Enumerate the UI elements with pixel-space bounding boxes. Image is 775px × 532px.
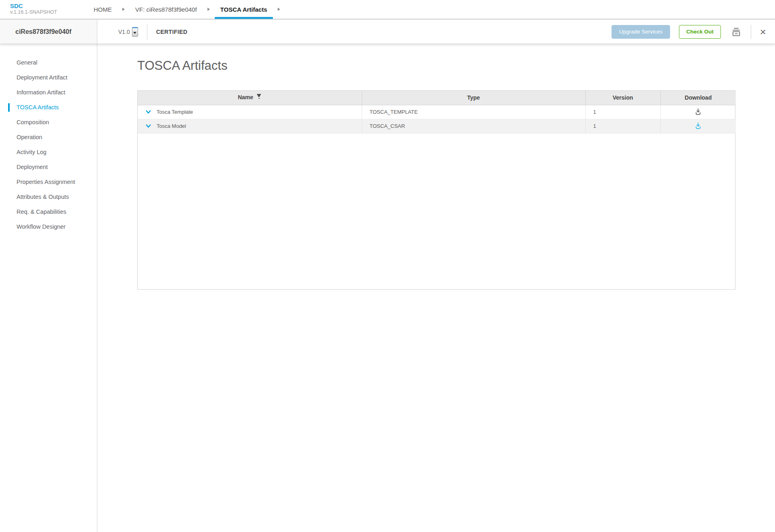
column-header-version[interactable]: Version (585, 91, 660, 105)
sidebar-item-general[interactable]: General (0, 55, 97, 70)
table-header-row: Nameˇ Type Version Download (138, 91, 736, 105)
entity-header: ciRes878f3f9e040f V1.0 CERTIFIED Upgrade… (0, 20, 775, 44)
sort-icon[interactable]: ˇ (257, 94, 261, 101)
tab-tosca-artifacts[interactable]: TOSCA Artifacts (212, 0, 276, 19)
column-header-download[interactable]: Download (660, 91, 736, 105)
column-header-type[interactable]: Type (362, 91, 585, 105)
sidebar-item-deployment[interactable]: Deployment (0, 160, 97, 175)
download-icon[interactable] (694, 122, 702, 129)
breadcrumb: HOME VF: ciRes878f3f9e040f TOSCA Artifac… (85, 0, 282, 19)
app-logo[interactable]: SDC v.1.16.1-SNAPSHOT (0, 0, 85, 19)
sidebar-item-operation[interactable]: Operation (0, 130, 97, 145)
sidebar-item-deployment-artifact[interactable]: Deployment Artifact (0, 70, 97, 85)
tab-vf[interactable]: VF: ciRes878f3f9e040f (126, 0, 206, 19)
artifact-version: 1 (585, 105, 660, 119)
print-icon[interactable] (731, 26, 742, 38)
lifecycle-status-label: CERTIFIED (156, 29, 188, 35)
close-icon[interactable]: × (760, 27, 766, 37)
download-icon[interactable] (694, 108, 702, 115)
artifact-version: 1 (585, 119, 660, 133)
breadcrumb-arrow-icon (207, 8, 210, 11)
main-content: TOSCA Artifacts Nameˇ Type Version Downl… (97, 44, 775, 532)
divider (751, 25, 751, 39)
breadcrumb-arrow-icon (122, 8, 125, 11)
breadcrumb-arrow-icon (278, 8, 280, 11)
top-nav-bar: SDC v.1.16.1-SNAPSHOT HOME VF: ciRes878f… (0, 0, 775, 20)
upgrade-services-button[interactable]: Upgrade Services (612, 25, 670, 39)
sidebar-item-attributes-outputs[interactable]: Attributes & Outputs (0, 190, 97, 204)
version-label: V1.0 (118, 29, 130, 35)
table-row[interactable]: Tosca Template TOSCA_TEMPLATE 1 (138, 105, 736, 119)
entity-header-main: V1.0 CERTIFIED Upgrade Services Check Ou… (97, 20, 775, 44)
page-title: TOSCA Artifacts (137, 58, 775, 73)
divider (147, 24, 147, 40)
app-logo-text: SDC (10, 2, 85, 9)
tab-home[interactable]: HOME (85, 0, 121, 19)
sidebar-item-composition[interactable]: Composition (0, 115, 97, 130)
sidebar-item-activity-log[interactable]: Activity Log (0, 145, 97, 160)
sidebar-item-workflow-designer[interactable]: Workflow Designer (0, 219, 97, 234)
sidebar-item-properties-assignment[interactable]: Properties Assignment (0, 175, 97, 190)
sidebar-item-req-capabilities[interactable]: Req. & Capabilities (0, 204, 97, 219)
column-header-name[interactable]: Nameˇ (138, 91, 362, 105)
left-nav-sidebar: General Deployment Artifact Information … (0, 44, 97, 532)
check-out-button[interactable]: Check Out (679, 25, 721, 39)
table-row[interactable]: Tosca Model TOSCA_CSAR 1 (138, 119, 736, 133)
artifact-type: TOSCA_TEMPLATE (362, 105, 585, 119)
sidebar-item-information-artifact[interactable]: Information Artifact (0, 85, 97, 100)
chevron-down-icon[interactable] (145, 123, 151, 129)
artifact-type: TOSCA_CSAR (362, 119, 585, 133)
sidebar-item-tosca-artifacts[interactable]: TOSCA Artifacts (0, 100, 97, 115)
entity-name: ciRes878f3f9e040f (15, 28, 71, 35)
artifacts-table: Nameˇ Type Version Download Tosca Templa… (137, 90, 735, 290)
entity-name-panel: ciRes878f3f9e040f (0, 20, 97, 44)
chevron-down-icon[interactable] (145, 109, 151, 115)
app-version: v.1.16.1-SNAPSHOT (10, 9, 85, 15)
artifact-name: Tosca Template (157, 109, 193, 115)
artifact-name: Tosca Model (157, 123, 186, 129)
chevron-down-icon (133, 32, 136, 34)
version-dropdown[interactable] (132, 27, 138, 37)
